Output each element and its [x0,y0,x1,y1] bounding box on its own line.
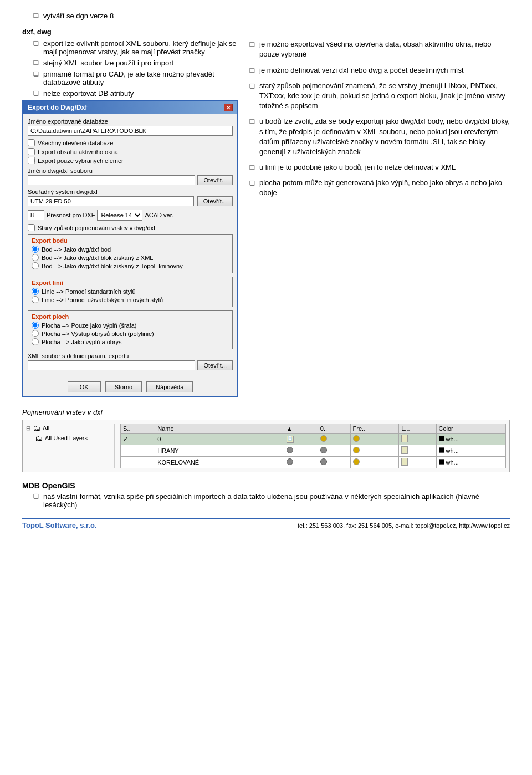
col-arrow: ▲ [284,424,318,434]
radio-bod-2-input[interactable] [32,254,39,261]
coord-input[interactable] [28,196,194,206]
radio-linie-2: Linie --> Pomoci uživatelských liniových… [32,296,229,303]
db-input[interactable] [28,126,233,136]
radio-plocha-3-label: Plocha --> Jako výplň a obrys [42,339,122,345]
radio-linie-1-label: Linie --> Pomocí standartních stylů [42,288,136,295]
cell-name-1: HRANY [155,445,284,457]
section-head: dxf, dwg [22,28,510,36]
col-0: 0.. [318,424,350,434]
coord-open-button[interactable]: Otevřít... [197,196,233,206]
circle-yellow2-0 [353,435,360,442]
circle-grey-1 [287,447,293,453]
radio-bod-1-label: Bod --> Jako dwg/dxf bod [42,246,111,253]
right-bullet-5: u linií je to podobné jako u bodů, jen t… [249,162,510,172]
radio-plocha-1: Plocha --> Pouze jako výplň (šrafa) [32,322,229,329]
circle-yellow-1 [353,447,360,453]
dxf-bullet-4: nelze exportovat DB atributy [22,89,238,98]
cell-circle2-1 [350,445,399,457]
acad-label: ACAD ver. [145,212,173,218]
dxf-presnost-label: Přesnost pro DXF [47,212,95,218]
page-icon-2 [401,458,408,466]
layer-icon-0: 📄 [287,436,294,443]
tree-expand-icon: ⊟ [26,425,30,431]
xml-input[interactable] [28,360,195,370]
dwg-input-row: Otevřit... [28,175,233,185]
radio-bod-3-input[interactable] [32,262,39,269]
dxf-number-input[interactable] [28,210,44,220]
cell-name-0: 0 [155,434,284,445]
storno-button[interactable]: Storno [105,381,142,392]
tree-panel: ⊟ 🗂 All 🗂 All Used Layers [26,424,115,468]
checkbox-selected-label: Export pouze vybraných elemer [38,157,124,164]
export-dialog: Export do Dwg/Dxf ✕ Jméno exportované da… [22,100,238,397]
right-bullet-4: u bodů lze zvolit, zda se body exportují… [249,116,510,157]
cell-circle1-2 [318,457,350,468]
checkbox-all-db[interactable] [28,139,35,146]
circle-grey2-1 [320,447,327,453]
footer-contact-text: tel.: 251 563 003, fax: 251 564 005, e-m… [298,522,510,529]
table-row: KORELOVANÉ wh... [121,457,506,468]
dialog-close-button[interactable]: ✕ [224,104,233,111]
radio-plocha-1-label: Plocha --> Pouze jako výplň (šrafa) [42,322,137,329]
xml-section: XML soubor s definicí param. exportu Ote… [28,353,233,370]
dxf-bullet-3: primárně formát pro CAD, je ale také mož… [22,70,238,86]
checkbox-row-1: Všechny otevřené databáze [28,139,233,146]
radio-plocha-3-input[interactable] [32,338,39,345]
layer-table: S.. Name ▲ 0.. Fre.. L... Color ✓ 0 📄 [120,424,506,468]
export-ploch-section: Export ploch Plocha --> Pouze jako výplň… [28,310,233,349]
xml-open-button[interactable]: Otevřit... [197,360,233,370]
page-footer: TopoL Software, s.r.o. tel.: 251 563 003… [22,518,510,529]
top-bullet-1: vytváří se dgn verze 8 [22,11,510,21]
cell-icon-0: 📄 [284,434,318,445]
radio-bod-2-label: Bod --> Jako dwg/dxf blok získaný z XML [42,254,153,261]
checkbox-active-window[interactable] [28,148,35,155]
dialog-footer: OK Storno Nápověda [23,378,237,396]
cell-icon-2 [284,457,318,468]
cell-circle1-1 [318,445,350,457]
page-icon-0 [401,435,408,442]
cell-page-1 [399,445,436,457]
cell-icon-1 [284,445,318,457]
footer-contact: tel.: 251 563 003, fax: 251 564 005, e-m… [298,522,510,529]
left-column: export lze ovlivnit pomocí XML souboru, … [22,39,238,397]
mdb-section: MDB OpenGIS náš vlastní formát, vzniká s… [22,481,510,509]
dwg-label: Jméno dwg/dxf souboru [28,167,233,174]
checkbox-selected[interactable] [28,157,35,164]
dwg-input[interactable] [28,175,195,185]
xml-input-row: Otevřit... [28,360,233,370]
radio-bod-1-input[interactable] [32,246,39,253]
cell-color-0: wh... [436,434,506,445]
cell-s-1 [121,445,155,457]
radio-linie-1-input[interactable] [32,288,39,295]
tree-all-label: All [43,425,49,431]
right-bullet-3: starý způsob pojmenování znamená, že se … [249,81,510,111]
cell-color-2: wh... [436,457,506,468]
old-naming-checkbox[interactable] [28,224,35,231]
circle-yellow-2 [353,458,360,465]
top-bullets: vytváří se dgn verze 8 [22,11,510,21]
radio-plocha-2-input[interactable] [32,330,39,337]
old-naming-row: Starý způsob pojmenování vrstev v dwg/dx… [28,224,233,231]
radio-linie-2-input[interactable] [32,296,39,303]
release-select[interactable]: Release 14 Release 12 Release 13 Release… [97,210,142,221]
coord-label: Souřadný systém dwg/dxf [28,188,233,195]
cell-s-0: ✓ [121,434,155,445]
radio-bod-3: Bod --> Jako dwg/dxf blok získaný z Topo… [32,262,229,269]
napoveda-button[interactable]: Nápověda [146,381,193,392]
right-column: je možno exportovat všechna otevřená dat… [249,39,510,397]
dialog-titlebar: Export do Dwg/Dxf ✕ [23,101,237,114]
col-l: L... [399,424,436,434]
radio-plocha-1-input[interactable] [32,322,39,329]
pojmenovani-section: Pojmenování vrstev v dxf ⊟ 🗂 All 🗂 All U… [22,408,510,472]
dxf-bullet-1: export lze ovlivnit pomocí XML souboru, … [22,39,238,56]
right-bullet-2: je možno definovat verzi dxf nebo dwg a … [249,65,510,75]
checkbox-all-db-label: Všechny otevřené databáze [38,140,113,146]
col-color: Color [436,424,506,434]
dxf-bullets: export lze ovlivnit pomocí XML souboru, … [22,39,238,98]
ok-button[interactable]: OK [68,381,101,392]
col-fre: Fre.. [350,424,399,434]
dwg-open-button[interactable]: Otevřit... [197,175,233,185]
col-s: S.. [121,424,155,434]
export-bodu-title: Export bodů [32,237,229,244]
mdb-bullets: náš vlastní formát, vzniká spíše při spe… [22,492,510,509]
